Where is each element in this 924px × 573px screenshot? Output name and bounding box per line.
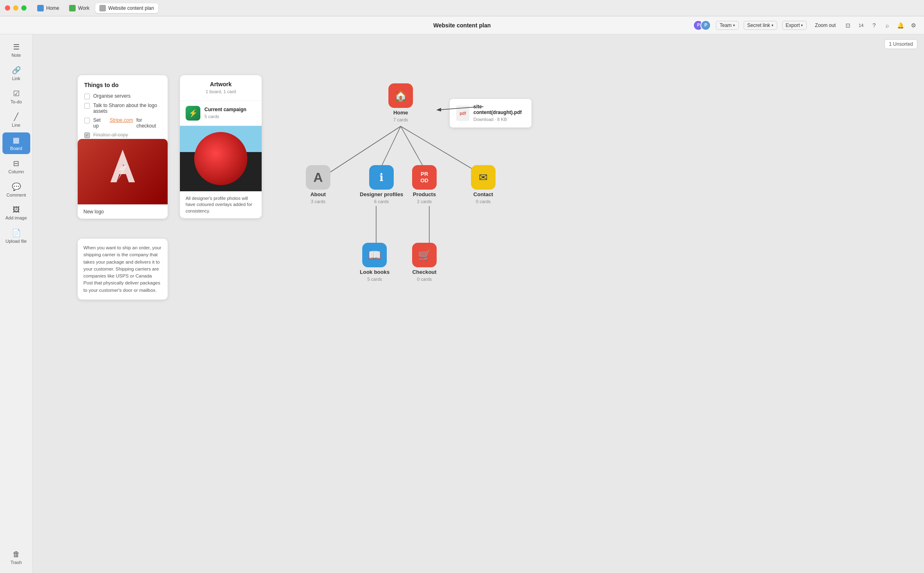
lookbooks-node-count: 5 cards xyxy=(367,277,382,282)
board-icon: ▦ xyxy=(13,136,20,145)
sidebar-todo-label: To-do xyxy=(11,99,22,104)
todo-item-4: Finalise all copy xyxy=(84,132,161,138)
tab-work[interactable]: Work xyxy=(65,3,94,13)
todo-text-2: Talk to Sharon about the logo assets xyxy=(93,103,161,114)
artwork-header: Artwork 1 board, 1 card xyxy=(180,75,262,101)
todo-checkbox-3[interactable] xyxy=(84,118,90,123)
checkout-node-icon: 🛒 xyxy=(412,243,437,267)
contact-node-label: Contact xyxy=(473,191,493,197)
sidebar-item-trash[interactable]: 🗑 Trash xyxy=(2,547,30,568)
todo-title: Things to do xyxy=(84,82,161,88)
campaign-text: Current campaign 5 cards xyxy=(204,107,247,120)
contact-node-icon: ✉ xyxy=(471,165,496,190)
tab-website[interactable]: Website content plan xyxy=(95,3,158,13)
node-lookbooks[interactable]: 📖 Look books 5 cards xyxy=(360,243,390,282)
zoom-out-button[interactable]: Zoom out xyxy=(812,21,839,29)
secret-link-button[interactable]: Secret link ▾ xyxy=(744,21,777,30)
campaign-icon: ⚡ xyxy=(186,106,200,121)
artwork-card[interactable]: Artwork 1 board, 1 card ⚡ Current campai… xyxy=(180,75,262,218)
export-button[interactable]: Export ▾ xyxy=(782,21,807,30)
sidebar-item-upload[interactable]: 📄 Upload file xyxy=(2,225,30,247)
about-node-icon: A xyxy=(306,165,330,190)
page-title: Website content plan xyxy=(433,22,491,29)
node-checkout[interactable]: 🛒 Checkout 0 cards xyxy=(412,243,437,282)
device-icon[interactable]: ⊡ xyxy=(844,21,852,29)
sidebar-note-label: Note xyxy=(11,53,21,58)
toolbar: Website content plan P P Team ▾ Secret l… xyxy=(0,16,924,34)
artwork-campaign[interactable]: ⚡ Current campaign 5 cards xyxy=(180,101,262,126)
upload-icon: 📄 xyxy=(12,228,21,237)
sidebar-line-label: Line xyxy=(12,123,20,128)
sidebar-item-board[interactable]: ▦ Board xyxy=(2,132,30,154)
text-content: When you want to ship an order, your shi… xyxy=(83,244,162,294)
unsorted-label: 1 Unsorted xyxy=(889,41,913,47)
todo-checkbox-4[interactable] xyxy=(84,132,90,138)
about-node-count: 3 cards xyxy=(311,199,325,204)
avatar-2: P xyxy=(700,20,711,31)
sidebar-item-link[interactable]: 🔗 Link xyxy=(2,63,30,84)
avatar-group: P P xyxy=(693,20,711,31)
canvas: 1 Unsorted Things to do Organise servers… xyxy=(33,34,924,573)
sidebar-board-label: Board xyxy=(10,146,22,151)
trash-icon: 🗑 xyxy=(13,550,20,559)
tab-website-label: Website content plan xyxy=(108,5,154,11)
artwork-subtitle: 1 board, 1 card xyxy=(206,89,236,94)
column-icon: ⊟ xyxy=(13,159,19,168)
team-label: Team xyxy=(720,22,731,28)
export-label: Export xyxy=(786,22,800,28)
sidebar-item-column[interactable]: ⊟ Column xyxy=(2,156,30,177)
add-image-icon: 🖼 xyxy=(13,206,20,214)
toolbar-icons: ⊡ 14 ? ⌕ 🔔 ⚙ xyxy=(844,21,917,29)
settings-icon[interactable]: ⚙ xyxy=(909,21,917,29)
todo-checkbox-1[interactable] xyxy=(84,94,90,99)
stripe-link[interactable]: Stripe.com xyxy=(110,117,133,123)
about-node-label: About xyxy=(310,191,326,197)
export-chevron-icon: ▾ xyxy=(801,23,803,27)
secret-link-chevron-icon: ▾ xyxy=(771,23,774,27)
products-node-icon: PROD xyxy=(412,165,437,190)
contact-node-count: 0 cards xyxy=(476,199,491,204)
unsorted-badge[interactable]: 1 Unsorted xyxy=(884,39,917,49)
node-about[interactable]: A About 3 cards xyxy=(306,165,330,204)
tab-bar: Home Work Website content plan xyxy=(33,3,158,13)
sidebar-item-comment[interactable]: 💬 Comment xyxy=(2,179,30,201)
sidebar-item-note[interactable]: ☰ Note xyxy=(2,39,30,61)
text-card[interactable]: When you want to ship an order, your shi… xyxy=(78,239,168,300)
team-chevron-icon: ▾ xyxy=(733,23,735,27)
logo-card[interactable]: New logo xyxy=(78,139,168,219)
minimize-button[interactable] xyxy=(13,5,18,11)
sidebar-item-todo[interactable]: ☑ To-do xyxy=(2,86,30,107)
todo-text-4: Finalise all copy xyxy=(93,132,128,138)
todo-item-1: Organise servers xyxy=(84,93,161,99)
tab-home-label: Home xyxy=(46,5,59,11)
sidebar-item-add-image[interactable]: 🖼 Add image xyxy=(2,202,30,224)
sidebar-comment-label: Comment xyxy=(7,192,26,197)
link-icon: 🔗 xyxy=(12,66,21,75)
node-designer[interactable]: ℹ Designer profiles 6 cards xyxy=(360,165,403,204)
sitemap-lines xyxy=(278,83,589,337)
line-icon: ╱ xyxy=(14,112,18,121)
sidebar-item-line[interactable]: ╱ Line xyxy=(2,109,30,131)
bell-icon[interactable]: 🔔 xyxy=(896,21,904,29)
search-icon[interactable]: ⌕ xyxy=(883,21,891,29)
help-icon[interactable]: ? xyxy=(870,21,878,29)
sidebar-upload-label: Upload file xyxy=(6,239,27,244)
tab-home[interactable]: Home xyxy=(33,3,63,13)
traffic-lights xyxy=(5,5,27,11)
home-node-label: Home xyxy=(393,110,408,116)
node-products[interactable]: PROD Products 2 cards xyxy=(412,165,437,204)
designer-node-label: Designer profiles xyxy=(360,191,403,197)
node-home[interactable]: 🏠 Home 7 cards xyxy=(388,83,413,122)
close-button[interactable] xyxy=(5,5,10,11)
photo-circle xyxy=(194,132,247,185)
todo-checkbox-2[interactable] xyxy=(84,103,90,109)
designer-node-icon: ℹ xyxy=(369,165,394,190)
tab-website-icon xyxy=(99,5,106,11)
team-button[interactable]: Team ▾ xyxy=(716,21,738,30)
zoom-out-label: Zoom out xyxy=(815,22,836,28)
campaign-name: Current campaign xyxy=(204,107,247,112)
secret-link-label: Secret link xyxy=(747,22,770,28)
fullscreen-button[interactable] xyxy=(21,5,27,11)
todo-card[interactable]: Things to do Organise servers Talk to Sh… xyxy=(78,75,168,148)
node-contact[interactable]: ✉ Contact 0 cards xyxy=(471,165,496,204)
